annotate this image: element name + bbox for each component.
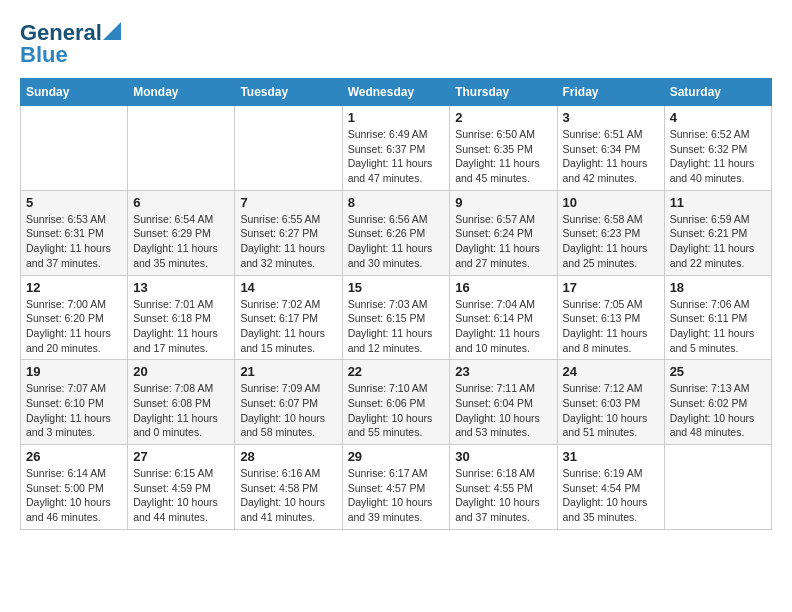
calendar-week-4: 26Sunrise: 6:14 AM Sunset: 5:00 PM Dayli… bbox=[21, 445, 772, 530]
day-number: 25 bbox=[670, 364, 766, 379]
day-info: Sunrise: 6:15 AM Sunset: 4:59 PM Dayligh… bbox=[133, 466, 229, 525]
day-info: Sunrise: 7:05 AM Sunset: 6:13 PM Dayligh… bbox=[563, 297, 659, 356]
day-info: Sunrise: 6:56 AM Sunset: 6:26 PM Dayligh… bbox=[348, 212, 445, 271]
calendar-cell bbox=[21, 106, 128, 191]
calendar-cell: 23Sunrise: 7:11 AM Sunset: 6:04 PM Dayli… bbox=[450, 360, 557, 445]
calendar-cell: 21Sunrise: 7:09 AM Sunset: 6:07 PM Dayli… bbox=[235, 360, 342, 445]
day-info: Sunrise: 6:59 AM Sunset: 6:21 PM Dayligh… bbox=[670, 212, 766, 271]
day-info: Sunrise: 6:58 AM Sunset: 6:23 PM Dayligh… bbox=[563, 212, 659, 271]
calendar-cell: 11Sunrise: 6:59 AM Sunset: 6:21 PM Dayli… bbox=[664, 190, 771, 275]
day-info: Sunrise: 6:52 AM Sunset: 6:32 PM Dayligh… bbox=[670, 127, 766, 186]
calendar-cell: 9Sunrise: 6:57 AM Sunset: 6:24 PM Daylig… bbox=[450, 190, 557, 275]
day-number: 21 bbox=[240, 364, 336, 379]
calendar-cell: 15Sunrise: 7:03 AM Sunset: 6:15 PM Dayli… bbox=[342, 275, 450, 360]
calendar-cell: 25Sunrise: 7:13 AM Sunset: 6:02 PM Dayli… bbox=[664, 360, 771, 445]
day-number: 13 bbox=[133, 280, 229, 295]
day-info: Sunrise: 7:01 AM Sunset: 6:18 PM Dayligh… bbox=[133, 297, 229, 356]
day-number: 30 bbox=[455, 449, 551, 464]
day-number: 5 bbox=[26, 195, 122, 210]
calendar-cell: 4Sunrise: 6:52 AM Sunset: 6:32 PM Daylig… bbox=[664, 106, 771, 191]
day-info: Sunrise: 6:17 AM Sunset: 4:57 PM Dayligh… bbox=[348, 466, 445, 525]
day-number: 17 bbox=[563, 280, 659, 295]
day-info: Sunrise: 6:16 AM Sunset: 4:58 PM Dayligh… bbox=[240, 466, 336, 525]
calendar-cell: 28Sunrise: 6:16 AM Sunset: 4:58 PM Dayli… bbox=[235, 445, 342, 530]
weekday-header-tuesday: Tuesday bbox=[235, 79, 342, 106]
day-number: 26 bbox=[26, 449, 122, 464]
day-number: 28 bbox=[240, 449, 336, 464]
day-number: 16 bbox=[455, 280, 551, 295]
day-info: Sunrise: 7:09 AM Sunset: 6:07 PM Dayligh… bbox=[240, 381, 336, 440]
day-number: 2 bbox=[455, 110, 551, 125]
day-info: Sunrise: 7:06 AM Sunset: 6:11 PM Dayligh… bbox=[670, 297, 766, 356]
day-number: 31 bbox=[563, 449, 659, 464]
day-number: 18 bbox=[670, 280, 766, 295]
day-info: Sunrise: 7:00 AM Sunset: 6:20 PM Dayligh… bbox=[26, 297, 122, 356]
day-number: 1 bbox=[348, 110, 445, 125]
weekday-header-wednesday: Wednesday bbox=[342, 79, 450, 106]
calendar-cell: 3Sunrise: 6:51 AM Sunset: 6:34 PM Daylig… bbox=[557, 106, 664, 191]
calendar-cell bbox=[128, 106, 235, 191]
calendar-cell: 27Sunrise: 6:15 AM Sunset: 4:59 PM Dayli… bbox=[128, 445, 235, 530]
calendar-cell: 8Sunrise: 6:56 AM Sunset: 6:26 PM Daylig… bbox=[342, 190, 450, 275]
day-number: 27 bbox=[133, 449, 229, 464]
weekday-header-sunday: Sunday bbox=[21, 79, 128, 106]
day-info: Sunrise: 6:49 AM Sunset: 6:37 PM Dayligh… bbox=[348, 127, 445, 186]
calendar-week-1: 5Sunrise: 6:53 AM Sunset: 6:31 PM Daylig… bbox=[21, 190, 772, 275]
day-number: 12 bbox=[26, 280, 122, 295]
weekday-header-thursday: Thursday bbox=[450, 79, 557, 106]
calendar-cell: 17Sunrise: 7:05 AM Sunset: 6:13 PM Dayli… bbox=[557, 275, 664, 360]
day-number: 6 bbox=[133, 195, 229, 210]
day-number: 22 bbox=[348, 364, 445, 379]
day-info: Sunrise: 7:08 AM Sunset: 6:08 PM Dayligh… bbox=[133, 381, 229, 440]
day-number: 7 bbox=[240, 195, 336, 210]
day-number: 11 bbox=[670, 195, 766, 210]
day-info: Sunrise: 6:57 AM Sunset: 6:24 PM Dayligh… bbox=[455, 212, 551, 271]
day-number: 29 bbox=[348, 449, 445, 464]
day-info: Sunrise: 7:07 AM Sunset: 6:10 PM Dayligh… bbox=[26, 381, 122, 440]
calendar-cell bbox=[664, 445, 771, 530]
calendar-cell: 31Sunrise: 6:19 AM Sunset: 4:54 PM Dayli… bbox=[557, 445, 664, 530]
day-number: 8 bbox=[348, 195, 445, 210]
day-info: Sunrise: 7:03 AM Sunset: 6:15 PM Dayligh… bbox=[348, 297, 445, 356]
day-info: Sunrise: 6:53 AM Sunset: 6:31 PM Dayligh… bbox=[26, 212, 122, 271]
calendar-cell: 13Sunrise: 7:01 AM Sunset: 6:18 PM Dayli… bbox=[128, 275, 235, 360]
calendar-cell: 16Sunrise: 7:04 AM Sunset: 6:14 PM Dayli… bbox=[450, 275, 557, 360]
day-number: 20 bbox=[133, 364, 229, 379]
day-number: 15 bbox=[348, 280, 445, 295]
calendar-cell: 20Sunrise: 7:08 AM Sunset: 6:08 PM Dayli… bbox=[128, 360, 235, 445]
page-header: General Blue bbox=[20, 20, 772, 68]
calendar-week-3: 19Sunrise: 7:07 AM Sunset: 6:10 PM Dayli… bbox=[21, 360, 772, 445]
calendar-cell: 14Sunrise: 7:02 AM Sunset: 6:17 PM Dayli… bbox=[235, 275, 342, 360]
calendar-cell: 5Sunrise: 6:53 AM Sunset: 6:31 PM Daylig… bbox=[21, 190, 128, 275]
day-number: 19 bbox=[26, 364, 122, 379]
calendar-cell: 29Sunrise: 6:17 AM Sunset: 4:57 PM Dayli… bbox=[342, 445, 450, 530]
calendar-cell: 19Sunrise: 7:07 AM Sunset: 6:10 PM Dayli… bbox=[21, 360, 128, 445]
calendar-cell: 30Sunrise: 6:18 AM Sunset: 4:55 PM Dayli… bbox=[450, 445, 557, 530]
calendar-cell: 12Sunrise: 7:00 AM Sunset: 6:20 PM Dayli… bbox=[21, 275, 128, 360]
calendar-cell: 10Sunrise: 6:58 AM Sunset: 6:23 PM Dayli… bbox=[557, 190, 664, 275]
day-info: Sunrise: 6:50 AM Sunset: 6:35 PM Dayligh… bbox=[455, 127, 551, 186]
logo-arrow-icon bbox=[103, 22, 121, 40]
day-number: 24 bbox=[563, 364, 659, 379]
day-info: Sunrise: 6:51 AM Sunset: 6:34 PM Dayligh… bbox=[563, 127, 659, 186]
calendar-week-2: 12Sunrise: 7:00 AM Sunset: 6:20 PM Dayli… bbox=[21, 275, 772, 360]
day-number: 23 bbox=[455, 364, 551, 379]
calendar-cell: 2Sunrise: 6:50 AM Sunset: 6:35 PM Daylig… bbox=[450, 106, 557, 191]
day-info: Sunrise: 7:02 AM Sunset: 6:17 PM Dayligh… bbox=[240, 297, 336, 356]
day-info: Sunrise: 6:55 AM Sunset: 6:27 PM Dayligh… bbox=[240, 212, 336, 271]
calendar-cell: 6Sunrise: 6:54 AM Sunset: 6:29 PM Daylig… bbox=[128, 190, 235, 275]
logo-blue: Blue bbox=[20, 42, 68, 68]
day-number: 10 bbox=[563, 195, 659, 210]
calendar-cell bbox=[235, 106, 342, 191]
calendar-cell: 1Sunrise: 6:49 AM Sunset: 6:37 PM Daylig… bbox=[342, 106, 450, 191]
day-info: Sunrise: 6:54 AM Sunset: 6:29 PM Dayligh… bbox=[133, 212, 229, 271]
calendar-cell: 24Sunrise: 7:12 AM Sunset: 6:03 PM Dayli… bbox=[557, 360, 664, 445]
weekday-header-monday: Monday bbox=[128, 79, 235, 106]
logo: General Blue bbox=[20, 20, 121, 68]
svg-marker-0 bbox=[103, 22, 121, 40]
calendar-cell: 26Sunrise: 6:14 AM Sunset: 5:00 PM Dayli… bbox=[21, 445, 128, 530]
weekday-header-saturday: Saturday bbox=[664, 79, 771, 106]
day-info: Sunrise: 7:10 AM Sunset: 6:06 PM Dayligh… bbox=[348, 381, 445, 440]
day-number: 4 bbox=[670, 110, 766, 125]
day-info: Sunrise: 7:12 AM Sunset: 6:03 PM Dayligh… bbox=[563, 381, 659, 440]
